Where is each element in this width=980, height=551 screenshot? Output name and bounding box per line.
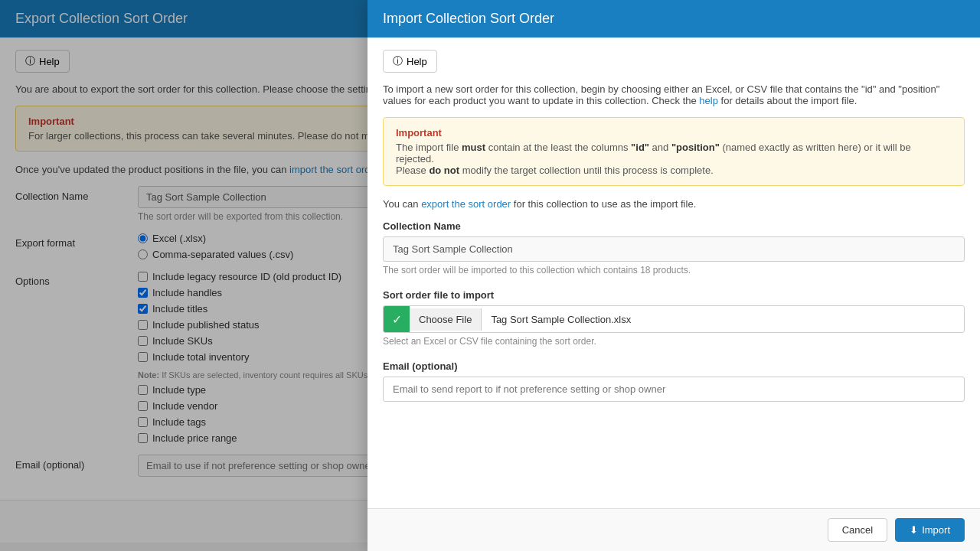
import-email-section: Email (optional)	[383, 360, 965, 402]
import-collection-name-label: Collection Name	[383, 220, 965, 232]
import-download-icon: ⬇	[910, 524, 918, 536]
import-warning-box: Important The import file must contain a…	[383, 117, 965, 186]
sort-order-file-label: Sort order file to import	[383, 289, 965, 301]
import-email-label: Email (optional)	[383, 360, 965, 372]
help-circle-icon-import: ⓘ	[393, 54, 403, 68]
import-help-button[interactable]: ⓘ Help	[383, 50, 437, 73]
import-help-link[interactable]: help	[699, 95, 718, 106]
choose-file-button[interactable]: Choose File	[410, 308, 482, 331]
import-email-input[interactable]	[383, 377, 965, 402]
file-input-hint: Select an Excel or CSV file containing t…	[383, 336, 965, 347]
import-modal-footer: Cancel ⬇ Import	[368, 508, 980, 551]
file-check-icon: ✓	[384, 306, 410, 332]
export-sort-order-link[interactable]: export the sort order	[421, 198, 511, 210]
import-collection-hint: The sort order will be imported to this …	[383, 265, 965, 276]
import-button[interactable]: ⬇ Import	[895, 518, 965, 542]
file-name-display: Tag Sort Sample Collection.xlsx	[482, 308, 964, 331]
import-collection-name-value: Tag Sort Sample Collection	[383, 236, 965, 262]
import-warning-title: Important	[396, 127, 952, 139]
import-modal-title: Import Collection Sort Order	[368, 0, 980, 37]
file-input-row: ✓ Choose File Tag Sort Sample Collection…	[383, 305, 965, 333]
import-warning-body: The import file must contain at the leas…	[396, 142, 952, 176]
import-modal-overlay: Import Collection Sort Order ⓘ Help To i…	[0, 0, 980, 551]
import-collection-name-section: Collection Name Tag Sort Sample Collecti…	[383, 220, 965, 276]
sort-order-file-section: Sort order file to import ✓ Choose File …	[383, 289, 965, 347]
import-cancel-button[interactable]: Cancel	[828, 518, 887, 542]
import-export-note: You can export the sort order for this c…	[383, 198, 965, 210]
import-intro-text: To import a new sort order for this coll…	[383, 83, 965, 106]
import-modal: Import Collection Sort Order ⓘ Help To i…	[368, 0, 980, 551]
